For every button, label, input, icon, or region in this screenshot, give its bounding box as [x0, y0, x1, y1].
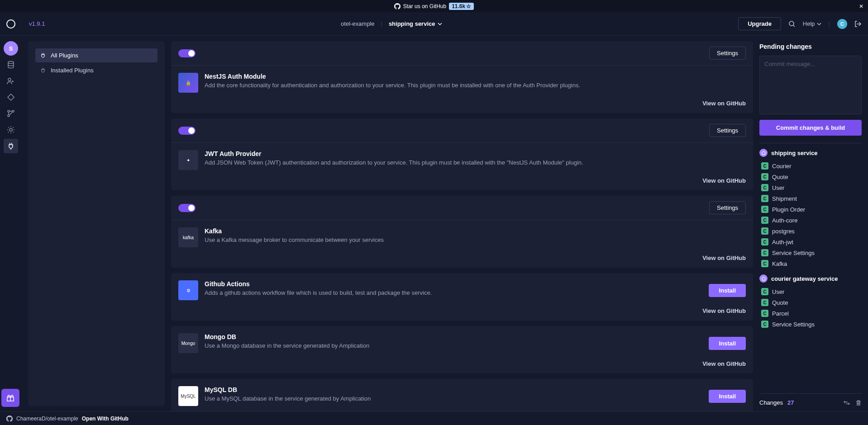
search-icon[interactable]	[788, 20, 796, 28]
nav-plugins-icon[interactable]	[4, 139, 18, 153]
plugin-icon: kafka	[178, 227, 198, 247]
star-count-badge[interactable]: 11.6k ☆	[449, 3, 474, 10]
change-label: Quote	[772, 174, 788, 180]
sidebar-item-installed-plugins[interactable]: Installed Plugins	[35, 63, 157, 77]
service-selector[interactable]: shipping service	[389, 20, 443, 27]
plugin-toggle[interactable]	[178, 127, 196, 135]
user-avatar[interactable]: C	[837, 19, 847, 29]
plugin-install-button[interactable]: Install	[709, 337, 746, 350]
plugin-toggle[interactable]	[178, 204, 196, 212]
change-badge: C	[761, 249, 768, 256]
changes-count: 27	[787, 399, 794, 406]
view-github-link[interactable]: View on GitHub	[702, 360, 746, 367]
service-title[interactable]: ⬡shipping service	[759, 149, 862, 157]
svg-point-4	[8, 78, 11, 81]
service-group: ⬡shipping serviceCCourierCQuoteCUserCShi…	[759, 149, 862, 269]
change-item[interactable]: CShipment	[759, 193, 862, 204]
view-github-link[interactable]: View on GitHub	[702, 177, 746, 184]
change-item[interactable]: CUser	[759, 286, 862, 297]
plugin-title: MySQL DB	[205, 386, 371, 393]
plugin-title: Kafka	[205, 227, 384, 235]
commit-message-box	[759, 56, 862, 114]
plugin-foot: View on GitHub	[171, 177, 753, 190]
plugin-description: Add the core functionality for authentic…	[205, 82, 580, 89]
plugin-settings-button[interactable]: Settings	[709, 47, 746, 60]
change-item[interactable]: CQuote	[759, 297, 862, 308]
commit-message-input[interactable]	[764, 61, 857, 109]
discard-icon[interactable]	[855, 400, 862, 406]
change-item[interactable]: CPlugin Order	[759, 204, 862, 215]
plugin-head: Settings	[171, 196, 753, 220]
view-github-link[interactable]: View on GitHub	[702, 100, 746, 107]
divider: |	[829, 20, 830, 27]
plugin-description: Use a Kafka message broker to communicat…	[205, 236, 384, 243]
version-label: v1.9.1	[29, 20, 45, 27]
plugin-icon: ⚙	[178, 280, 198, 300]
plugin-body: MySQL MySQL DB Use a MySQL database in t…	[171, 379, 753, 411]
service-name: courier gateway service	[771, 275, 838, 282]
repo-path[interactable]: ChameeraD/otel-example	[16, 416, 78, 422]
change-badge: C	[761, 288, 768, 295]
plugin-body: ✦ JWT Auth Provider Add JSON Web Token (…	[171, 143, 753, 177]
compare-icon[interactable]	[844, 400, 850, 406]
svg-point-6	[8, 115, 10, 117]
view-github-link[interactable]: View on GitHub	[702, 255, 746, 261]
view-github-link[interactable]: View on GitHub	[702, 307, 746, 314]
commit-build-button[interactable]: Commit changes & build	[759, 120, 862, 136]
change-item[interactable]: CKafka	[759, 258, 862, 269]
plugin-head: Settings	[171, 118, 753, 143]
help-link[interactable]: Help	[803, 20, 821, 27]
nav-roles-icon[interactable]	[4, 74, 18, 88]
project-name[interactable]: otel-example	[341, 20, 374, 27]
workspace-badge[interactable]: S	[4, 41, 18, 56]
plugin-description: Use a MySQL database in the service gene…	[205, 395, 371, 402]
plugin-settings-button[interactable]: Settings	[709, 201, 746, 214]
app-header: v1.9.1 otel-example | shipping service U…	[0, 12, 868, 36]
app-logo-icon[interactable]	[6, 19, 15, 28]
plugin-settings-button[interactable]: Settings	[709, 124, 746, 137]
change-label: Plugin Order	[772, 206, 805, 213]
changes-label: Changes	[759, 399, 783, 406]
service-group: ⬡courier gateway serviceCUserCQuoteCParc…	[759, 274, 862, 330]
service-title[interactable]: ⬡courier gateway service	[759, 274, 862, 283]
nav-settings-icon[interactable]	[4, 123, 18, 137]
plugin-card: ⚙ Github Actions Adds a github actions w…	[171, 273, 753, 321]
github-icon	[394, 3, 401, 9]
change-label: Auth-jwt	[772, 239, 793, 246]
change-item[interactable]: CService Settings	[759, 247, 862, 258]
changes-list: ⬡shipping serviceCCourierCQuoteCUserCShi…	[759, 143, 862, 390]
nav-database-icon[interactable]	[4, 57, 18, 72]
service-name: shipping service	[771, 150, 818, 156]
plugin-install-button[interactable]: Install	[709, 284, 746, 297]
change-item[interactable]: CQuote	[759, 171, 862, 182]
change-label: Parcel	[772, 310, 789, 317]
chevron-down-icon	[438, 22, 442, 26]
change-badge: C	[761, 227, 768, 235]
change-item[interactable]: CCourier	[759, 161, 862, 171]
change-item[interactable]: CAuth-jwt	[759, 236, 862, 247]
open-github-link[interactable]: Open With GitHub	[82, 416, 129, 422]
plugins-sidebar: All Plugins Installed Plugins	[28, 41, 165, 406]
nav-diamond-icon[interactable]	[4, 90, 18, 104]
gift-button[interactable]	[1, 389, 19, 407]
logout-icon[interactable]	[854, 20, 862, 28]
service-dot-icon: ⬡	[759, 274, 768, 283]
sidebar-item-all-plugins[interactable]: All Plugins	[35, 48, 157, 62]
change-item[interactable]: CService Settings	[759, 319, 862, 330]
plugin-body: Mongo Mongo DB Use a Mongo database in t…	[171, 326, 753, 360]
change-item[interactable]: Cpostgres	[759, 226, 862, 236]
nav-git-icon[interactable]	[4, 106, 18, 121]
change-item[interactable]: CUser	[759, 182, 862, 193]
change-item[interactable]: CAuth-core	[759, 215, 862, 226]
change-badge: C	[761, 260, 768, 267]
banner-close-icon[interactable]: ✕	[859, 3, 863, 9]
change-badge: C	[761, 173, 768, 180]
plugin-title: NestJS Auth Module	[205, 73, 580, 80]
plugin-install-button[interactable]: Install	[709, 390, 746, 403]
change-badge: C	[761, 217, 768, 224]
change-item[interactable]: CParcel	[759, 308, 862, 319]
github-star-banner: Star us on GitHub 11.6k ☆ ✕	[0, 0, 868, 12]
upgrade-button[interactable]: Upgrade	[738, 17, 781, 30]
plugin-title: Mongo DB	[205, 333, 369, 340]
plugin-toggle[interactable]	[178, 49, 196, 57]
